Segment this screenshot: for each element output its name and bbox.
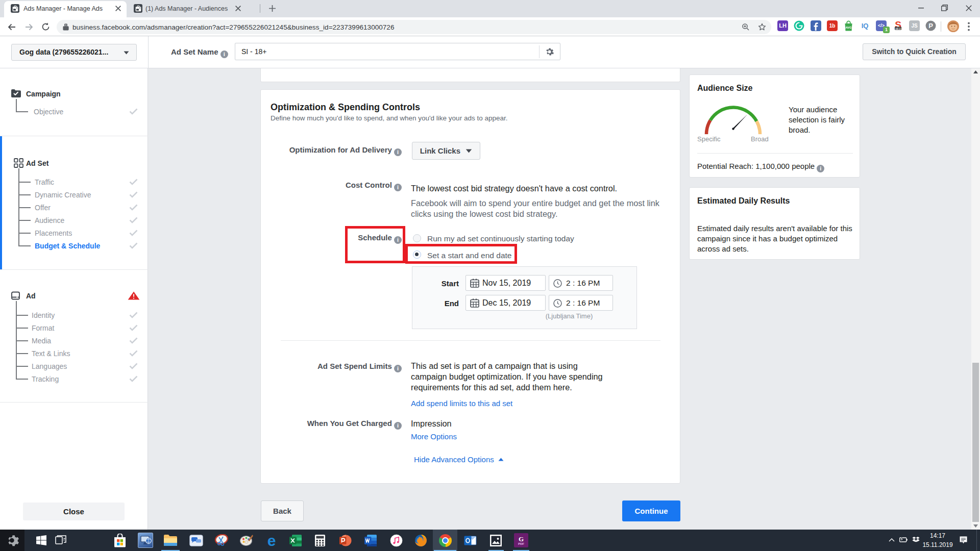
svg-text:AVG: AVG bbox=[845, 26, 852, 29]
svg-text:e: e bbox=[267, 534, 276, 547]
svg-text:P: P bbox=[928, 22, 933, 30]
svg-text:G: G bbox=[519, 535, 524, 543]
svg-text:PDF: PDF bbox=[518, 542, 524, 545]
svg-text:SEO: SEO bbox=[895, 27, 901, 30]
